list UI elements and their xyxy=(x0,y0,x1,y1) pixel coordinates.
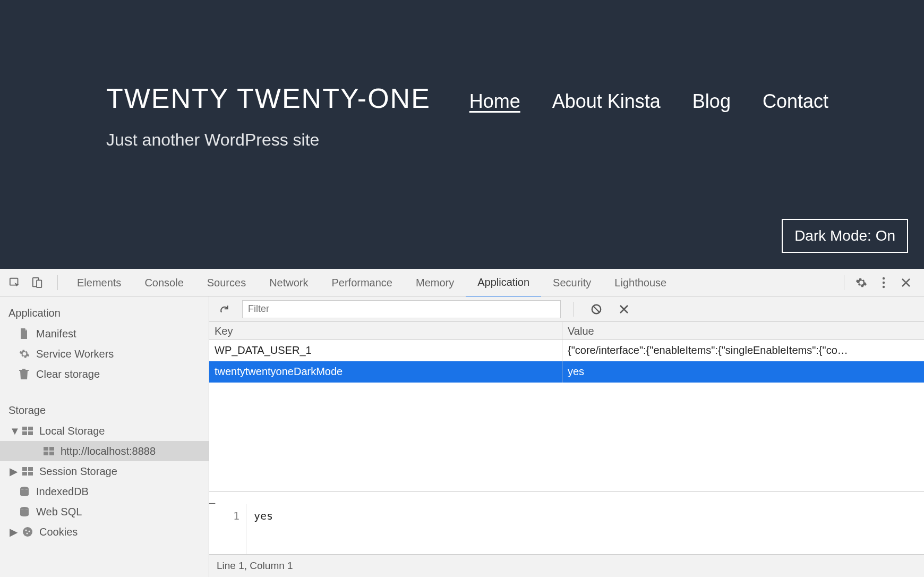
storage-icon xyxy=(22,427,34,435)
storage-table-header: Key Value xyxy=(209,322,924,340)
tab-memory[interactable]: Memory xyxy=(404,269,466,296)
svg-rect-7 xyxy=(28,427,33,430)
sidebar-item-local-storage-origin[interactable]: http://localhost:8888 xyxy=(0,441,209,461)
svg-point-18 xyxy=(20,487,29,490)
storage-icon xyxy=(44,447,55,455)
refresh-icon[interactable] xyxy=(215,300,234,319)
devtools-tab-bar: Elements Console Sources Network Perform… xyxy=(0,269,924,296)
svg-point-3 xyxy=(883,277,885,279)
sidebar-item-indexeddb[interactable]: IndexedDB xyxy=(0,481,209,502)
svg-rect-12 xyxy=(44,452,48,455)
sidebar-item-service-workers[interactable]: Service Workers xyxy=(0,344,209,364)
storage-table: Key Value WP_DATA_USER_1 {"core/interfac… xyxy=(209,322,924,492)
file-icon xyxy=(19,328,31,339)
tab-console[interactable]: Console xyxy=(133,269,195,296)
tab-security[interactable]: Security xyxy=(541,269,603,296)
value-preview-pane: 1 yes xyxy=(209,504,924,555)
nav-home[interactable]: Home xyxy=(469,90,520,113)
sidebar-item-local-storage[interactable]: ▼ Local Storage xyxy=(0,421,209,441)
sidebar-item-label: Web SQL xyxy=(36,505,82,519)
gear-icon xyxy=(19,349,31,359)
database-icon xyxy=(19,486,31,497)
value-preview-text[interactable]: yes xyxy=(246,504,273,554)
svg-point-23 xyxy=(27,533,28,534)
database-icon xyxy=(19,506,31,517)
svg-point-5 xyxy=(883,285,885,287)
inspect-icon[interactable] xyxy=(5,273,24,292)
kebab-menu-icon[interactable] xyxy=(874,273,893,292)
sidebar-item-manifest[interactable]: Manifest xyxy=(0,324,209,344)
sidebar-section-application: Application xyxy=(0,303,209,324)
sidebar-item-label: IndexedDB xyxy=(36,485,89,498)
line-number: 1 xyxy=(209,504,246,554)
site-tagline: Just another WordPress site xyxy=(106,130,924,150)
svg-rect-14 xyxy=(22,467,27,471)
svg-point-21 xyxy=(25,530,27,531)
application-sidebar: Application Manifest Service Workers Cle… xyxy=(0,296,209,577)
table-row[interactable]: twentytwentyoneDarkMode yes xyxy=(209,361,924,383)
devtools-panel: Elements Console Sources Network Perform… xyxy=(0,269,924,577)
sidebar-item-label: Local Storage xyxy=(39,424,105,438)
sidebar-item-websql[interactable]: Web SQL xyxy=(0,502,209,522)
tab-application[interactable]: Application xyxy=(466,268,541,298)
svg-point-22 xyxy=(29,531,30,532)
chevron-right-icon: ▶ xyxy=(10,525,17,539)
column-key[interactable]: Key xyxy=(209,322,562,340)
sidebar-item-label: Manifest xyxy=(36,327,76,341)
storage-toolbar xyxy=(209,296,924,322)
svg-rect-10 xyxy=(44,447,48,451)
svg-rect-2 xyxy=(37,280,41,287)
dark-mode-toggle[interactable]: Dark Mode: On xyxy=(782,219,908,253)
sidebar-item-label: Clear storage xyxy=(36,367,100,381)
svg-rect-13 xyxy=(49,452,54,455)
site-nav: Home About Kinsta Blog Contact xyxy=(469,90,828,113)
cell-key: twentytwentyoneDarkMode xyxy=(209,361,562,383)
tab-sources[interactable]: Sources xyxy=(195,269,258,296)
chevron-right-icon: ▶ xyxy=(10,464,17,478)
sidebar-item-label: Cookies xyxy=(39,525,78,539)
settings-icon[interactable] xyxy=(852,273,871,292)
svg-rect-9 xyxy=(28,431,33,435)
svg-rect-17 xyxy=(28,472,33,476)
delete-selected-icon[interactable] xyxy=(614,300,634,319)
svg-rect-15 xyxy=(28,467,33,471)
tab-lighthouse[interactable]: Lighthouse xyxy=(603,269,678,296)
tab-performance[interactable]: Performance xyxy=(320,269,405,296)
sidebar-item-session-storage[interactable]: ▶ Session Storage xyxy=(0,461,209,481)
cell-value: yes xyxy=(562,361,924,383)
filter-input[interactable] xyxy=(242,300,561,318)
divider xyxy=(57,275,58,290)
cell-key: WP_DATA_USER_1 xyxy=(209,340,562,361)
cookie-icon xyxy=(22,527,34,537)
divider xyxy=(574,302,574,317)
sidebar-item-label: Service Workers xyxy=(36,347,114,361)
nav-blog[interactable]: Blog xyxy=(692,90,731,113)
tab-elements[interactable]: Elements xyxy=(65,269,133,296)
clear-all-icon[interactable] xyxy=(587,300,606,319)
trash-icon xyxy=(19,369,31,379)
device-toggle-icon[interactable] xyxy=(28,273,47,292)
cell-value: {"core/interface":{"enableItems":{"singl… xyxy=(562,340,924,361)
sidebar-section-storage: Storage xyxy=(0,400,209,421)
storage-content: Key Value WP_DATA_USER_1 {"core/interfac… xyxy=(209,296,924,577)
svg-rect-16 xyxy=(22,472,27,476)
chevron-down-icon: ▼ xyxy=(10,424,17,438)
column-value[interactable]: Value xyxy=(562,322,924,340)
tab-network[interactable]: Network xyxy=(258,269,320,296)
svg-point-19 xyxy=(20,507,29,510)
status-bar: Line 1, Column 1 xyxy=(209,555,924,577)
svg-rect-8 xyxy=(22,431,27,435)
svg-rect-6 xyxy=(22,427,27,430)
sidebar-item-clear-storage[interactable]: Clear storage xyxy=(0,364,209,384)
nav-contact[interactable]: Contact xyxy=(763,90,828,113)
divider xyxy=(844,275,844,290)
close-devtools-icon[interactable] xyxy=(896,273,916,292)
sidebar-item-label: http://localhost:8888 xyxy=(61,444,156,458)
nav-about[interactable]: About Kinsta xyxy=(552,90,661,113)
site-page: TWENTY TWENTY-ONE Just another WordPress… xyxy=(0,0,924,269)
svg-point-20 xyxy=(23,527,32,537)
sidebar-item-cookies[interactable]: ▶ Cookies xyxy=(0,522,209,542)
table-row[interactable]: WP_DATA_USER_1 {"core/interface":{"enabl… xyxy=(209,340,924,361)
sidebar-item-label: Session Storage xyxy=(39,464,117,478)
svg-rect-11 xyxy=(49,447,54,451)
